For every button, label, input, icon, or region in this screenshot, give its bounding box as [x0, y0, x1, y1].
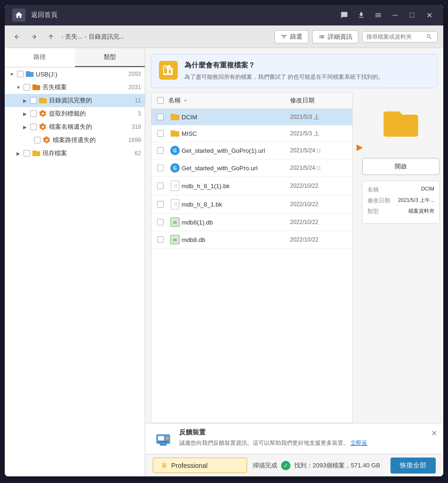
forward-button[interactable]	[27, 30, 41, 43]
tree-count-dir: 11	[135, 97, 141, 104]
notification-link[interactable]: 立即反	[350, 440, 367, 446]
open-button[interactable]: 開啟	[362, 158, 440, 175]
check-mdb8[interactable]	[157, 236, 168, 243]
file-row-mdb8[interactable]: db mdb8.db 2022/10/22	[151, 231, 352, 249]
home-button[interactable]	[12, 8, 25, 22]
search-input[interactable]	[366, 33, 423, 40]
checkbox-existing[interactable]	[24, 150, 30, 157]
folder-icon-usb	[25, 70, 34, 78]
expand-tag[interactable]: ▶	[22, 110, 28, 117]
notification-title: 反饋裝置	[179, 428, 436, 437]
up-button[interactable]	[44, 30, 58, 43]
checkbox-name-lost[interactable]	[30, 124, 37, 130]
check-mdb1[interactable]	[157, 183, 168, 189]
filter-label: 篩選	[290, 33, 302, 41]
check-misc[interactable]	[157, 130, 168, 137]
detail-button[interactable]: 詳細資訊	[312, 30, 358, 43]
banner-icon	[159, 61, 178, 80]
file-row-misc[interactable]: MISC 2021/5/3 上	[151, 125, 352, 142]
app-window: 返回首頁 ─ □ ✕	[5, 5, 443, 476]
date-mdb8: 2022/10/22	[290, 236, 347, 243]
file-area: 名稱 修改日期 DCIM 2021/5/	[145, 92, 443, 423]
scan-complete-label: 掃描完成	[253, 461, 277, 470]
maximize-button[interactable]: □	[406, 8, 419, 22]
notification-text: 反饋裝置 誠邀您向我們反饋裝置資訊。這可以幫助我們更好地支援更多裝置。 立即反	[179, 428, 436, 447]
tree-item-existing[interactable]: ▶ 現存檔案 62	[5, 147, 145, 160]
menu-button[interactable]	[372, 8, 385, 22]
file-row-gopro[interactable]: G Get_started_with_GoPro.url 2021/5/24 □	[151, 159, 352, 177]
sidebar: 路徑 類型 ▼ USB(J:) 2093 ▼ 丟失檔案 203	[5, 48, 145, 476]
icon-mdb81: db	[168, 217, 182, 227]
checkbox-path-lost[interactable]	[34, 137, 41, 143]
professional-badge[interactable]: ♛ Professional	[153, 458, 247, 473]
folder-icon-existing	[32, 149, 41, 158]
expand-existing[interactable]: ▶	[15, 150, 22, 157]
preview-info: 名稱 DCIM 修改日期 2021/5/3 上午... 類型 檔案資料夾	[362, 181, 440, 224]
gear-icon-path	[42, 136, 51, 144]
expand-usb[interactable]: ▼	[8, 71, 15, 77]
header-check	[157, 97, 168, 104]
search-box[interactable]	[362, 31, 438, 42]
breadcrumb: › 丟失... › 目錄資訊完...	[61, 33, 124, 41]
checkbox-lost[interactable]	[24, 84, 30, 91]
header-checkbox[interactable]	[157, 97, 164, 104]
checkbox-tag[interactable]	[30, 110, 37, 117]
window-controls: ─ □ ✕	[338, 8, 436, 22]
minimize-button[interactable]: ─	[389, 8, 402, 22]
preview-date-label: 修改日期	[367, 197, 390, 205]
tree-item-lost[interactable]: ▼ 丟失檔案 2031	[5, 81, 145, 94]
restore-button[interactable]: 恢復全部	[390, 458, 436, 474]
check-dcim[interactable]	[157, 114, 168, 120]
tree-label-existing: 現存檔案	[42, 149, 133, 158]
header-date: 修改日期	[290, 96, 347, 105]
tab-path[interactable]: 路徑	[5, 48, 75, 67]
app-title: 返回首頁	[31, 11, 332, 19]
checkbox-dir[interactable]	[30, 97, 37, 104]
expand-dir[interactable]: ▶	[22, 97, 28, 104]
banner-desc: 為了盡可能救回所有的檔案，我們嘗試了 的也可能是在不同檔案系統下找到的。	[184, 73, 430, 81]
status-bar: ♛ Professional 掃描完成 ✓ 找到：2093個檔案，571.40 …	[145, 454, 443, 476]
icon-mdb1: 📄	[168, 181, 182, 191]
nav-bar: › 丟失... › 目錄資訊完... 篩選 詳細資訊	[5, 25, 443, 48]
date-dcim: 2021/5/3 上	[290, 113, 347, 121]
name-mdb1: mdb_h_8_1(1).bk	[182, 183, 290, 190]
filter-button[interactable]: 篩選	[274, 30, 308, 43]
check-gopro1[interactable]	[157, 147, 168, 154]
notification-close-button[interactable]: ✕	[429, 428, 439, 438]
tree-item-path-lost[interactable]: ▶ 檔案路徑遺失的 1699	[5, 133, 145, 147]
breadcrumb-item-2[interactable]: 目錄資訊完...	[89, 33, 124, 41]
main-content: 路徑 類型 ▼ USB(J:) 2093 ▼ 丟失檔案 203	[5, 48, 443, 476]
name-mdb8: mdb8.db	[182, 236, 290, 243]
breadcrumb-sep: ›	[61, 33, 63, 40]
tree-item-dir[interactable]: ▶ ★ 目錄資訊完整的 11	[5, 94, 145, 107]
check-gopro[interactable]	[157, 165, 168, 171]
tree-item-usb[interactable]: ▼ USB(J:) 2093	[5, 67, 145, 81]
upload-button[interactable]	[355, 8, 368, 22]
file-row-dcim[interactable]: DCIM 2021/5/3 上	[151, 109, 352, 125]
header-name: 名稱	[168, 96, 290, 105]
close-button[interactable]: ✕	[423, 8, 436, 22]
breadcrumb-item-1[interactable]: 丟失...	[65, 33, 83, 41]
tree-item-name-lost[interactable]: ▶ 檔案名稱遺失的 318	[5, 120, 145, 133]
check-mdb2[interactable]	[157, 201, 168, 208]
file-row-mdb2[interactable]: 📄 mdb_h_8_1.bk 2022/10/22	[151, 195, 352, 214]
file-row-mdb81[interactable]: db mdb8(1).db 2022/10/22	[151, 214, 352, 231]
tree-label-tag: 提取到標籤的	[49, 109, 136, 118]
file-row-gopro1[interactable]: G Get_started_with_GoPro(1).url 2021/5/2…	[151, 142, 352, 159]
file-row-mdb1[interactable]: 📄 mdb_h_8_1(1).bk 2022/10/22	[151, 177, 352, 195]
back-button[interactable]	[10, 30, 24, 43]
preview-info-type-row: 類型 檔案資料夾	[367, 208, 434, 216]
name-gopro: Get_started_with_GoPro.url	[182, 165, 290, 172]
checkbox-usb[interactable]	[17, 71, 24, 77]
tree-item-tag[interactable]: ▶ 提取到標籤的 3	[5, 107, 145, 120]
icon-gopro1: G	[168, 146, 182, 155]
tab-type[interactable]: 類型	[75, 48, 145, 67]
expand-name-lost[interactable]: ▶	[22, 124, 28, 130]
name-misc: MISC	[182, 130, 290, 137]
name-gopro1: Get_started_with_GoPro(1).url	[182, 147, 290, 154]
crown-icon: ♛	[161, 461, 167, 470]
expand-lost[interactable]: ▼	[15, 84, 22, 91]
tree-label-lost: 丟失檔案	[42, 83, 126, 92]
chat-button[interactable]	[338, 8, 351, 22]
check-mdb81[interactable]	[157, 219, 168, 225]
